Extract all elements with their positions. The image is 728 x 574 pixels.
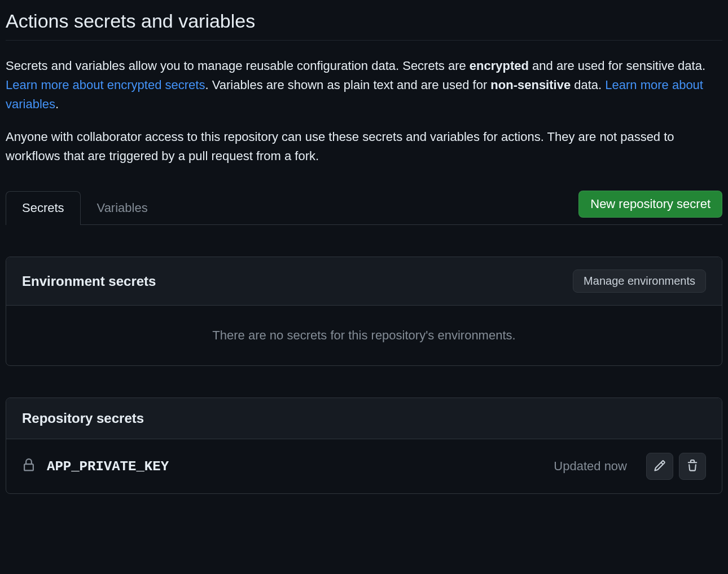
tab-secrets[interactable]: Secrets <box>6 191 81 225</box>
desc-text: Variables are shown as plain text and ar… <box>209 78 491 92</box>
description-block: Secrets and variables allow you to manag… <box>6 41 722 166</box>
desc-text: and are used for sensitive data. <box>529 59 705 73</box>
repository-secrets-header: Repository secrets <box>6 398 722 439</box>
environment-secrets-panel: Environment secrets Manage environments … <box>6 257 722 366</box>
page-title: Actions secrets and variables <box>6 0 722 41</box>
lock-icon <box>22 458 36 474</box>
environment-secrets-empty: There are no secrets for this repository… <box>6 306 722 365</box>
desc-paragraph-2: Anyone with collaborator access to this … <box>6 127 722 166</box>
secret-name[interactable]: APP_PRIVATE_KEY <box>47 459 542 474</box>
trash-icon <box>686 460 699 474</box>
desc-text: Secrets and variables allow you to manag… <box>6 59 470 73</box>
desc-encrypted-strong: encrypted <box>470 59 529 73</box>
desc-text: . <box>55 97 59 111</box>
repository-secrets-title: Repository secrets <box>22 410 144 426</box>
repository-secrets-panel: Repository secrets APP_PRIVATE_KEY Updat… <box>6 398 722 494</box>
new-repository-secret-button[interactable]: New repository secret <box>578 191 722 218</box>
delete-secret-button[interactable] <box>679 453 706 480</box>
manage-environments-button[interactable]: Manage environments <box>573 270 706 293</box>
tabs-list: Secrets Variables <box>6 191 164 224</box>
tab-variables[interactable]: Variables <box>81 191 164 224</box>
edit-secret-button[interactable] <box>646 453 673 480</box>
desc-text: data. <box>571 78 605 92</box>
pencil-icon <box>654 460 666 474</box>
secret-row: APP_PRIVATE_KEY Updated now <box>6 439 722 493</box>
tabs-row: Secrets Variables New repository secret <box>6 191 722 225</box>
secret-row-actions <box>646 453 706 480</box>
link-encrypted-secrets[interactable]: Learn more about encrypted secrets <box>6 78 205 92</box>
environment-secrets-header: Environment secrets Manage environments <box>6 257 722 306</box>
desc-nonsensitive-strong: non-sensitive <box>490 78 571 92</box>
secret-updated-time: Updated now <box>554 459 635 474</box>
environment-secrets-title: Environment secrets <box>22 273 156 289</box>
